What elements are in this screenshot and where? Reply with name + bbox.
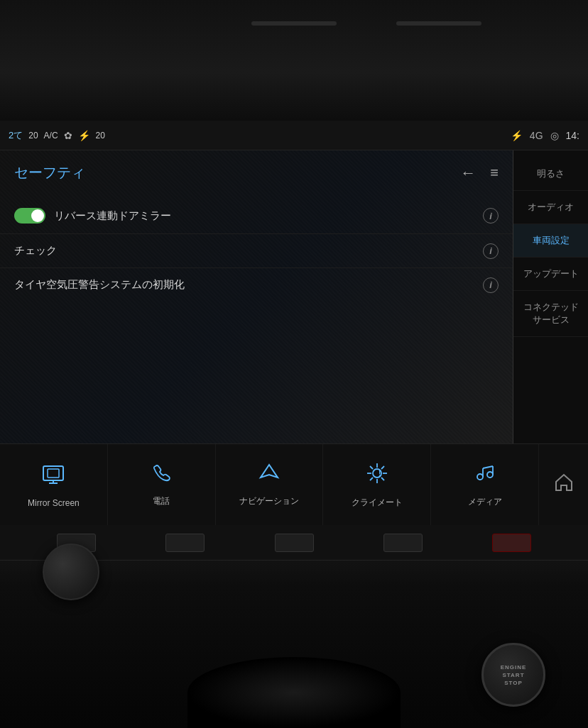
bezel-line-left <box>251 21 337 26</box>
status-time: 14: <box>566 130 579 141</box>
svg-line-11 <box>381 466 384 469</box>
volume-knob[interactable] <box>43 544 99 600</box>
svg-point-14 <box>477 474 483 480</box>
status-temp: 2て <box>9 129 23 142</box>
setting-item-check[interactable]: チェック i <box>0 234 513 268</box>
nav-item-phone[interactable]: 電話 <box>108 444 216 525</box>
home-icon <box>553 472 575 498</box>
sidebar-label-update: アップデート <box>523 268 579 279</box>
navi-icon <box>258 462 281 490</box>
media-icon <box>473 461 497 490</box>
content-panel: セーフティ ← ≡ リバース連動ドアミラー i チェ <box>0 150 513 443</box>
phone-icon <box>150 462 173 490</box>
control-btn-2[interactable] <box>165 534 205 552</box>
setting-item-tpms[interactable]: タイヤ空気圧警告システムの初期化 i <box>0 268 513 302</box>
nav-label-phone: 電話 <box>153 495 170 507</box>
main-screen: 2て 20 A/C ✿ ⚡ 20 ⚡ 4G ◎ 14: セーフティ ← ≡ <box>0 121 588 525</box>
nav-item-navi[interactable]: ナビゲーション <box>216 444 324 525</box>
setting-label-tpms: タイヤ空気圧警告システムの初期化 <box>14 278 499 292</box>
svg-line-10 <box>381 478 384 480</box>
setting-item-reverse-mirror[interactable]: リバース連動ドアミラー i <box>0 198 513 234</box>
nav-label-navi: ナビゲーション <box>239 495 299 507</box>
climate-icon: ! <box>364 460 390 491</box>
svg-line-12 <box>370 478 373 480</box>
nav-item-climate[interactable]: ! クライメート <box>323 444 431 525</box>
sidebar-label-audio: オーディオ <box>528 202 574 212</box>
engine-start-stop-button[interactable]: ENGINE START STOP <box>481 643 545 707</box>
bezel-line-right <box>396 21 481 26</box>
toggle-switch-reverse-mirror[interactable] <box>14 208 45 224</box>
control-btn-3[interactable] <box>275 534 314 552</box>
settings-title: セーフティ <box>14 163 85 182</box>
fan-icon: ✿ <box>64 130 72 141</box>
wind-icon: ⚡ <box>78 130 90 141</box>
svg-rect-1 <box>48 469 59 478</box>
mirror-icon <box>40 462 66 492</box>
sidebar: 明るさ オーディオ 車両設定 アップデート コネクテッド サービス <box>513 150 588 443</box>
header-right: ← ≡ <box>460 164 499 182</box>
info-icon-reverse-mirror[interactable]: i <box>483 208 499 224</box>
settings-header: セーフティ ← ≡ <box>0 150 513 191</box>
lte-icon: 4G <box>530 130 543 141</box>
svg-line-18 <box>483 466 493 468</box>
location-icon: ◎ <box>550 130 559 141</box>
nav-label-mirror: Mirror Screen <box>28 498 80 508</box>
engine-label-2: START <box>502 672 524 678</box>
svg-text:!: ! <box>379 470 381 478</box>
svg-line-9 <box>370 466 373 469</box>
sidebar-item-audio[interactable]: オーディオ <box>513 191 588 224</box>
menu-button[interactable]: ≡ <box>490 165 499 181</box>
status-left: 2て 20 A/C ✿ ⚡ 20 <box>9 129 511 142</box>
status-bar: 2て 20 A/C ✿ ⚡ 20 ⚡ 4G ◎ 14: <box>0 121 588 150</box>
bluetooth-icon: ⚡ <box>511 130 523 141</box>
setting-label-check: チェック <box>14 244 499 258</box>
settings-list: リバース連動ドアミラー i チェック i タイヤ空気圧警告システムの初期化 i <box>0 191 513 443</box>
sidebar-item-vehicle[interactable]: 車両設定 <box>513 224 588 258</box>
control-btn-5[interactable] <box>492 534 531 552</box>
sidebar-label-connected: コネクテッド サービス <box>523 302 579 325</box>
svg-rect-0 <box>43 466 63 480</box>
svg-point-15 <box>487 472 493 478</box>
nav-label-media: メディア <box>468 496 502 508</box>
home-button[interactable] <box>538 444 588 525</box>
info-icon-check[interactable]: i <box>483 243 499 259</box>
sidebar-item-connected[interactable]: コネクテッド サービス <box>513 291 588 337</box>
nav-label-climate: クライメート <box>352 497 403 509</box>
main-content-area: セーフティ ← ≡ リバース連動ドアミラー i チェ <box>0 150 588 443</box>
back-button[interactable]: ← <box>460 164 476 182</box>
nav-item-mirror[interactable]: Mirror Screen <box>0 444 108 525</box>
nav-items: Mirror Screen 電話 ナビゲーション <box>0 444 538 525</box>
status-right: ⚡ 4G ◎ 14: <box>511 130 579 141</box>
setting-label-reverse-mirror: リバース連動ドアミラー <box>54 209 171 223</box>
toggle-container: リバース連動ドアミラー <box>14 208 499 224</box>
sidebar-label-brightness: 明るさ <box>537 168 565 179</box>
status-fan-speed: 20 <box>96 131 105 140</box>
top-bezel <box>0 0 588 121</box>
sidebar-label-vehicle: 車両設定 <box>533 235 570 246</box>
engine-label-1: ENGINE <box>501 664 527 671</box>
sidebar-item-update[interactable]: アップデート <box>513 258 588 291</box>
bottom-physical-area: ENGINE START STOP <box>0 525 588 728</box>
sidebar-item-brightness[interactable]: 明るさ <box>513 158 588 191</box>
nav-item-media[interactable]: メディア <box>431 444 538 525</box>
bottom-nav: Mirror Screen 電話 ナビゲーション <box>0 443 588 525</box>
engine-label-3: STOP <box>504 680 523 686</box>
status-ac-label: A/C <box>44 131 58 140</box>
control-btn-4[interactable] <box>383 534 423 552</box>
info-icon-tpms[interactable]: i <box>483 277 499 293</box>
status-temp2: 20 <box>28 131 38 140</box>
steering-column-shadow <box>187 657 401 728</box>
